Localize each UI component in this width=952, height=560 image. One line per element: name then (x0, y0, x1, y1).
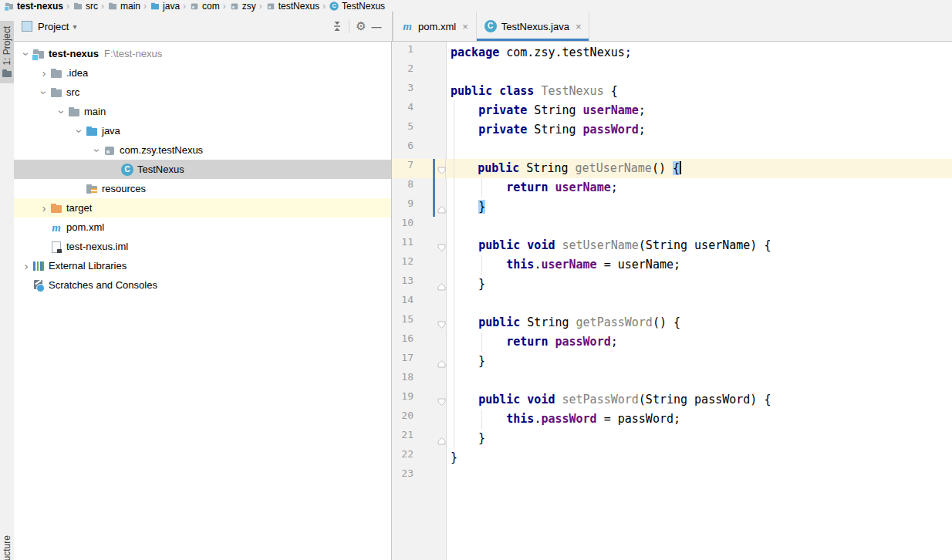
tree-item-resources[interactable]: resources (14, 179, 391, 198)
code-line-23[interactable]: 23 (392, 467, 952, 487)
settings-gear-button[interactable]: ⚙ (353, 19, 369, 34)
expanded-chevron-icon[interactable]: › (39, 86, 49, 99)
package-icon (230, 2, 239, 11)
line-number: 6 (392, 140, 414, 159)
code-line-1[interactable]: 1package com.zsy.testNexus; (392, 43, 952, 62)
chevron-down-icon[interactable]: ▾ (73, 22, 76, 31)
tree-item-pom-xml[interactable]: mpom.xml (14, 218, 391, 237)
code-line-4[interactable]: 4 private String userName; (392, 101, 952, 120)
collapse-all-button[interactable] (329, 19, 345, 34)
collapsed-chevron-icon[interactable]: › (38, 203, 50, 214)
editor-tab-testnexus-java[interactable]: CTestNexus.java× (477, 12, 590, 41)
tree-item-test-nexus-iml[interactable]: test-nexus.iml (14, 237, 391, 256)
code-text (446, 371, 952, 390)
indent-guide (481, 332, 482, 352)
code-line-21[interactable]: 21 } (392, 429, 952, 448)
breadcrumb-item-testnexus[interactable]: testNexus (265, 0, 319, 12)
tree-item-target[interactable]: ›target (14, 198, 391, 218)
breadcrumb-item-main[interactable]: main (107, 0, 140, 12)
code-line-3[interactable]: 3public class TestNexus { (392, 82, 952, 101)
code-line-9[interactable]: 9 } (392, 197, 952, 217)
code-text (446, 467, 952, 487)
tree-item-main[interactable]: ›main (14, 102, 391, 121)
breadcrumb-item-src[interactable]: src (73, 0, 98, 12)
editor-gutter: 18 (392, 371, 446, 390)
editor-tab-pom-xml[interactable]: mpom.xml× (393, 12, 477, 41)
ide-window: test-nexus›src›main›java›com›zsy›testNex… (0, 0, 952, 560)
code-line-8[interactable]: 8 return userName; (392, 178, 952, 197)
code-line-7[interactable]: 7 public String getUserName() { (392, 159, 952, 178)
editor-gutter: 22 (392, 448, 446, 467)
hide-panel-button[interactable]: — (369, 19, 384, 34)
collapsed-chevron-icon[interactable]: › (38, 68, 50, 79)
breadcrumb-item-testnexus[interactable]: CTestNexus (329, 0, 385, 12)
indent-guide (481, 178, 482, 197)
tool-window-project-label: 1: Project (2, 26, 12, 66)
code-line-13[interactable]: 13 } (392, 275, 952, 294)
tree-item-java[interactable]: ›java (14, 121, 391, 140)
code-editor[interactable]: 1package com.zsy.testNexus;23public clas… (392, 42, 952, 560)
breadcrumb-item-java[interactable]: java (150, 0, 180, 12)
tool-window-button-structure[interactable]: 7: Structure (0, 530, 14, 560)
class-icon: C (121, 164, 133, 176)
code-text: } (446, 429, 952, 448)
fold-marker-icon[interactable] (437, 357, 446, 366)
code-line-17[interactable]: 17 } (392, 352, 952, 371)
fold-marker-icon[interactable] (437, 319, 446, 327)
code-text: return userName; (446, 178, 952, 197)
breadcrumb-item-zsy[interactable]: zsy (229, 0, 256, 12)
code-text: } (446, 275, 952, 294)
code-line-16[interactable]: 16 return passWord; (392, 332, 952, 352)
excluded-folder-icon (50, 202, 62, 214)
line-number: 16 (392, 332, 414, 352)
expanded-chevron-icon[interactable]: › (21, 48, 32, 60)
fold-marker-icon[interactable] (437, 434, 446, 443)
line-number: 17 (392, 352, 414, 371)
project-view-selector[interactable]: Project (38, 21, 69, 32)
tree-item-com-zsy-testnexus[interactable]: ›com.zsy.testNexus (14, 140, 391, 160)
code-line-19[interactable]: 19 public void setPassWord(String passWo… (392, 390, 952, 410)
breadcrumb-item-test-nexus[interactable]: test-nexus (4, 0, 63, 12)
tool-window-button-project[interactable]: 1: Project (0, 21, 14, 83)
code-text (446, 140, 952, 159)
fold-marker-icon[interactable] (437, 203, 446, 211)
tree-item-src[interactable]: ›src (14, 83, 391, 102)
code-line-22[interactable]: 22} (392, 448, 952, 467)
fold-marker-icon[interactable] (437, 396, 446, 404)
toolbar-divider (349, 19, 349, 33)
tree-item-testnexus[interactable]: CTestNexus (14, 160, 391, 179)
fold-marker-icon[interactable] (437, 241, 446, 250)
expanded-chevron-icon[interactable]: › (56, 106, 67, 118)
tool-window-structure-label: 7: Structure (2, 535, 12, 560)
tree-item-idea[interactable]: ›.idea (14, 63, 391, 83)
resources-folder-icon (86, 183, 98, 195)
tab-close-icon[interactable]: × (462, 21, 468, 32)
package-icon (190, 2, 199, 11)
code-line-12[interactable]: 12 this.userName = userName; (392, 255, 952, 275)
code-line-20[interactable]: 20 this.passWord = passWord; (392, 410, 952, 429)
code-line-14[interactable]: 14 (392, 294, 952, 313)
tree-item-test-nexus[interactable]: ›test-nexusF:\test-nexus (14, 44, 391, 63)
tab-close-icon[interactable]: × (576, 21, 582, 32)
code-line-2[interactable]: 2 (392, 62, 952, 82)
tree-item-scratches-and-consoles[interactable]: Scratches and Consoles (14, 275, 391, 295)
editor-gutter: 23 (392, 467, 446, 487)
tree-item-external-libraries[interactable]: ›External Libraries (14, 256, 391, 275)
code-line-10[interactable]: 10 (392, 217, 952, 236)
collapsed-chevron-icon[interactable]: › (20, 261, 32, 272)
breadcrumb-item-com[interactable]: com (189, 0, 220, 12)
expanded-chevron-icon[interactable]: › (74, 125, 85, 137)
package-icon (103, 144, 116, 157)
expanded-chevron-icon[interactable]: › (92, 144, 103, 157)
fold-marker-icon[interactable] (437, 164, 446, 173)
project-tree: ›test-nexusF:\test-nexus›.idea›src›main›… (14, 42, 392, 560)
code-line-5[interactable]: 5 private String passWord; (392, 120, 952, 140)
code-line-11[interactable]: 11 public void setUserName(String userNa… (392, 236, 952, 255)
code-text: public void setUserName(String userName)… (446, 236, 952, 255)
code-line-15[interactable]: 15 public String getPassWord() { (392, 313, 952, 332)
tree-item-label: pom.xml (66, 221, 104, 233)
fold-marker-icon[interactable] (437, 280, 446, 288)
code-line-6[interactable]: 6 (392, 140, 952, 159)
code-line-18[interactable]: 18 (392, 371, 952, 390)
editor-gutter: 15 (392, 313, 446, 332)
